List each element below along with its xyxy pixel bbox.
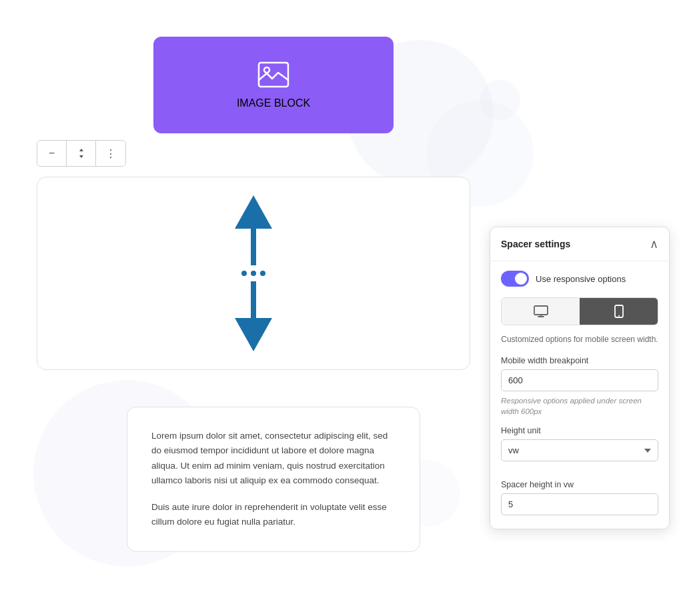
toggle-label: Use responsive options bbox=[536, 274, 626, 284]
arrow-up bbox=[235, 195, 272, 229]
toolbar-more-button[interactable]: ⋮ bbox=[96, 141, 125, 166]
spacer-height-label: Spacer height in vw bbox=[501, 480, 658, 489]
mobile-tab[interactable] bbox=[580, 298, 658, 325]
height-unit-label: Height unit bbox=[501, 426, 658, 435]
text-paragraph-2: Duis aute irure dolor in reprehenderit i… bbox=[151, 500, 396, 530]
toggle-knob bbox=[515, 273, 527, 285]
svg-point-4 bbox=[618, 315, 620, 317]
svg-point-1 bbox=[264, 67, 269, 73]
breakpoint-label: Mobile width breakpoint bbox=[501, 356, 658, 365]
toolbar-minus-button[interactable]: − bbox=[37, 141, 67, 166]
settings-body: Use responsive options Customized option… bbox=[490, 261, 669, 529]
breakpoint-input[interactable] bbox=[501, 369, 658, 391]
height-unit-wrapper: px em rem vw vh % bbox=[501, 439, 658, 471]
svg-rect-0 bbox=[259, 63, 288, 87]
desktop-tab[interactable] bbox=[502, 298, 580, 325]
toggle-row: Use responsive options bbox=[501, 271, 658, 287]
device-tabs bbox=[501, 297, 658, 325]
text-paragraph-1: Lorem ipsum dolor sit amet, consectetur … bbox=[151, 429, 396, 488]
svg-rect-2 bbox=[534, 306, 548, 315]
settings-title: Spacer settings bbox=[501, 239, 570, 249]
arrow-dots bbox=[241, 271, 265, 276]
text-card: Lorem ipsum dolor sit amet, consectetur … bbox=[127, 407, 420, 552]
breakpoint-hint: Responsive options applied under screen … bbox=[501, 395, 658, 417]
arrow-down bbox=[235, 318, 272, 351]
bg-circle-5 bbox=[480, 80, 520, 120]
toolbar: − ⋮ bbox=[37, 140, 126, 167]
responsive-toggle[interactable] bbox=[501, 271, 529, 287]
device-hint: Customized options for mobile screen wid… bbox=[501, 333, 658, 345]
settings-header: Spacer settings ∧ bbox=[490, 227, 669, 261]
collapse-icon[interactable]: ∧ bbox=[650, 237, 658, 251]
image-block: IMAGE BLOCK bbox=[153, 37, 394, 133]
image-block-icon bbox=[257, 61, 289, 91]
toolbar-reorder-button[interactable] bbox=[67, 141, 96, 166]
spacer-arrows bbox=[235, 195, 272, 351]
image-block-label: IMAGE BLOCK bbox=[237, 97, 310, 109]
height-unit-select[interactable]: px em rem vw vh % bbox=[501, 439, 658, 461]
spacer-height-input[interactable] bbox=[501, 493, 658, 515]
spacer-card bbox=[37, 177, 470, 370]
arrow-line-down bbox=[251, 281, 256, 318]
arrow-line-up bbox=[251, 229, 256, 265]
settings-panel: Spacer settings ∧ Use responsive options bbox=[490, 227, 670, 529]
